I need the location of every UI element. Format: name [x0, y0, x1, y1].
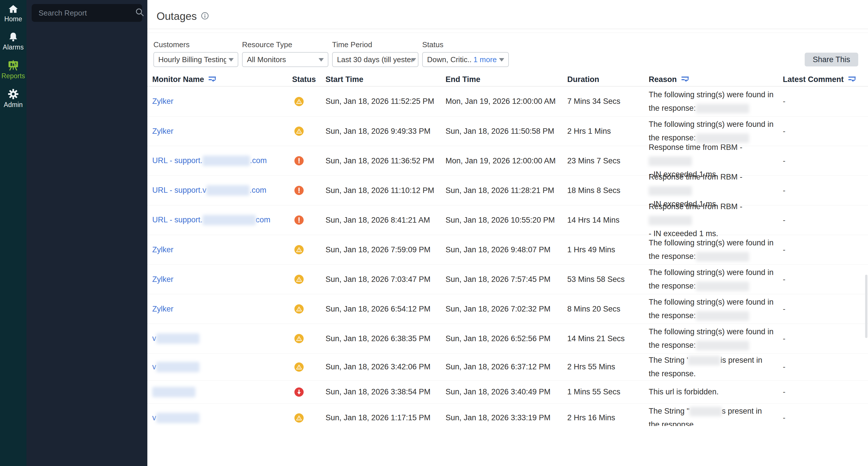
- duration: 23 Mins 7 Secs: [567, 157, 620, 165]
- start-time: Sun, Jan 18, 2026 9:49:33 PM: [326, 127, 431, 135]
- latest-comment: -: [783, 97, 785, 106]
- status-dropdown[interactable]: Down, Critic... 1 more: [422, 52, 509, 67]
- latest-comment: -: [783, 127, 785, 135]
- bell-icon: [8, 32, 19, 42]
- latest-comment: -: [783, 275, 785, 284]
- table-row: ZylkerSun, Jan 18, 2026 7:03:47 PMSun, J…: [147, 265, 868, 294]
- customers-dropdown[interactable]: Hourly Billing Testing: [153, 52, 238, 67]
- latest-comment: -: [783, 216, 785, 224]
- app-window: Home Alarms Reports: [0, 0, 868, 466]
- time-period-dropdown[interactable]: Last 30 days (till yesterd: [332, 52, 418, 67]
- search-input[interactable]: [38, 9, 135, 18]
- critical-status-icon: [294, 156, 304, 165]
- trouble-status-icon: [294, 362, 304, 372]
- reports-board-icon: [7, 60, 19, 71]
- column-header-status[interactable]: Status: [292, 75, 326, 84]
- more-link[interactable]: 1 more: [473, 55, 497, 64]
- end-time: Mon, Jan 19, 2026 12:00:00 AM: [445, 97, 556, 106]
- vertical-scrollbar[interactable]: [865, 275, 867, 338]
- main-content: Outages Customers Hourly Billing Testing…: [147, 0, 868, 466]
- duration: 7 Mins 34 Secs: [567, 97, 620, 106]
- filter-resource-type: Resource Type All Monitors: [242, 40, 329, 67]
- home-icon: [8, 4, 19, 14]
- redacted-text: [649, 157, 692, 166]
- sort-filter-icon[interactable]: [848, 76, 857, 83]
- monitor-name-link[interactable]: Zylker: [152, 275, 174, 284]
- trouble-status-icon: [294, 245, 304, 254]
- column-header-latest-comment[interactable]: Latest Comment: [783, 75, 858, 84]
- monitor-name-link[interactable]: Zylker: [152, 305, 174, 313]
- monitor-name-link[interactable]: URL - support..com: [152, 156, 267, 165]
- table-row: ZylkerSun, Jan 18, 2026 7:59:09 PMSun, J…: [147, 235, 868, 265]
- sidebar-item-admin[interactable]: Admin: [0, 89, 27, 109]
- duration: 2 Hrs 16 Mins: [567, 413, 615, 422]
- sidebar-item-reports[interactable]: Reports: [0, 60, 27, 80]
- redacted-text: [696, 311, 749, 321]
- start-time: Sun, Jan 18, 2026 8:41:21 AM: [326, 216, 430, 224]
- share-this-button[interactable]: Share This: [805, 53, 858, 66]
- latest-comment: -: [783, 334, 785, 343]
- search-box[interactable]: [32, 4, 142, 22]
- dropdown-value: Last 30 days (till yesterd: [337, 55, 413, 64]
- duration: 53 Mins 58 Secs: [567, 275, 625, 284]
- sidebar-item-home[interactable]: Home: [0, 4, 27, 23]
- reason: The following string(s) were found inthe…: [649, 295, 783, 323]
- trouble-status-icon: [294, 97, 304, 106]
- reason: Response time from RBM -- IN exceeded 1 …: [649, 200, 783, 240]
- monitor-name-link[interactable]: URL - support.com: [152, 215, 271, 224]
- redacted-text: [696, 281, 749, 291]
- redacted-text: [696, 252, 749, 262]
- column-header-duration[interactable]: Duration: [567, 75, 649, 84]
- start-time: Sun, Jan 18, 2026 11:36:52 PM: [326, 157, 434, 165]
- end-time: Sun, Jan 18, 2026 6:37:12 PM: [445, 362, 551, 371]
- resource-type-dropdown[interactable]: All Monitors: [242, 52, 329, 67]
- critical-status-icon: [294, 186, 304, 195]
- monitor-name-link[interactable]: v: [152, 362, 199, 371]
- column-header-label: Duration: [567, 75, 599, 84]
- monitor-name-link[interactable]: Zylker: [152, 245, 174, 254]
- filter-label: Resource Type: [242, 40, 329, 49]
- monitor-name-link[interactable]: Zylker: [152, 97, 174, 106]
- search-icon[interactable]: [135, 7, 145, 19]
- filter-bar: Customers Hourly Billing Testing Resourc…: [147, 33, 868, 67]
- start-time: Sun, Jan 18, 2026 3:38:54 PM: [326, 388, 431, 396]
- column-header-label: End Time: [445, 75, 480, 84]
- reason: The following string(s) were found inthe…: [649, 88, 783, 115]
- reason: This url is forbidden.: [649, 385, 783, 399]
- start-time: Sun, Jan 18, 2026 11:52:25 PM: [326, 97, 434, 106]
- monitor-name-link[interactable]: v: [152, 334, 199, 342]
- monitor-name-link[interactable]: v: [152, 413, 199, 422]
- column-header-label: Reason: [649, 75, 677, 84]
- table-header-row: Monitor NameStatusStart TimeEnd TimeDura…: [147, 73, 868, 87]
- reason: The following string(s) were found inthe…: [649, 325, 783, 352]
- down-status-icon: [294, 388, 304, 397]
- duration: 18 Mins 8 Secs: [567, 186, 620, 195]
- column-header-reason[interactable]: Reason: [649, 75, 783, 84]
- duration: 1 Hrs 49 Mins: [567, 245, 615, 254]
- column-header-start-time[interactable]: Start Time: [326, 75, 445, 84]
- table-row: URL - support.comSun, Jan 18, 2026 8:41:…: [147, 205, 868, 235]
- sort-filter-icon[interactable]: [208, 76, 217, 83]
- column-header-end-time[interactable]: End Time: [445, 75, 567, 84]
- sort-filter-icon[interactable]: [681, 76, 689, 83]
- start-time: Sun, Jan 18, 2026 6:54:12 PM: [326, 305, 431, 313]
- trouble-status-icon: [294, 275, 304, 284]
- dropdown-value: Down, Critic...: [427, 55, 471, 64]
- info-icon[interactable]: [201, 12, 209, 21]
- start-time: Sun, Jan 18, 2026 6:38:35 PM: [326, 334, 431, 343]
- monitor-name-link[interactable]: Zylker: [152, 127, 174, 135]
- report-list-panel: [27, 0, 147, 466]
- divider: [147, 29, 868, 29]
- redacted-text: [696, 104, 749, 113]
- monitor-name-link[interactable]: URL - support.v.com: [152, 186, 267, 195]
- sidebar-item-label: Reports: [1, 72, 25, 80]
- end-time: Sun, Jan 18, 2026 6:52:56 PM: [445, 334, 551, 343]
- redacted-text: [689, 407, 722, 416]
- duration: 14 Mins 21 Secs: [567, 334, 625, 343]
- monitor-name-link[interactable]: [152, 388, 195, 396]
- sidebar-item-alarms[interactable]: Alarms: [0, 32, 27, 51]
- redacted-text: [203, 156, 250, 166]
- column-header-monitor-name[interactable]: Monitor Name: [152, 75, 292, 84]
- latest-comment: -: [783, 388, 785, 396]
- start-time: Sun, Jan 18, 2026 11:10:12 PM: [326, 186, 434, 195]
